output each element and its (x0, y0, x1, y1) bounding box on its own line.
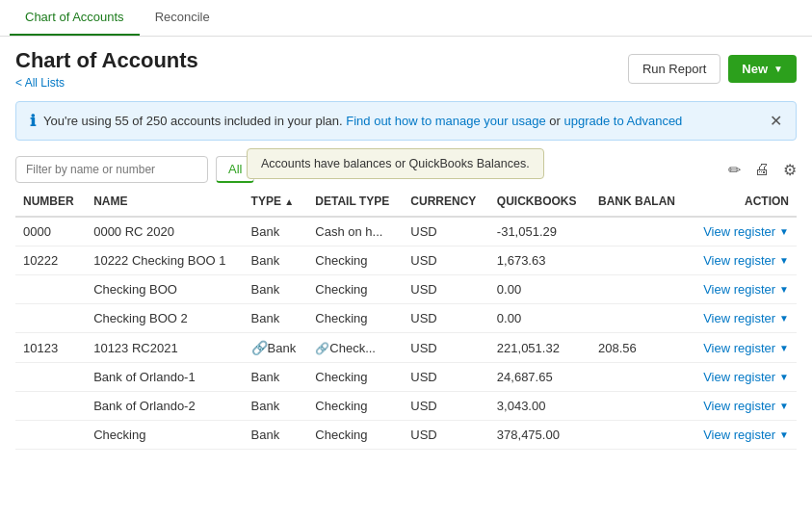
cell-detail-type: Checking (307, 363, 403, 392)
cell-currency: USD (403, 217, 489, 247)
view-register-link[interactable]: View register (703, 253, 775, 268)
cell-number (15, 421, 86, 450)
action-dropdown-icon[interactable]: ▼ (779, 372, 789, 382)
action-dropdown-icon[interactable]: ▼ (779, 343, 789, 353)
cell-quickbooks: 0.00 (489, 304, 590, 333)
action-dropdown-icon[interactable]: ▼ (779, 313, 789, 324)
action-dropdown-icon[interactable]: ▼ (779, 429, 789, 440)
chevron-down-icon: ▼ (773, 64, 783, 74)
cell-detail-type: Checking (307, 421, 403, 450)
info-link-manage[interactable]: Find out how to manage your usage (346, 114, 545, 128)
cell-currency: USD (403, 333, 489, 363)
run-report-button[interactable]: Run Report (628, 54, 720, 84)
cell-action: View register ▼ (689, 333, 797, 363)
info-text-before: You're using 55 of 250 accounts included… (43, 114, 343, 128)
cell-action: View register ▼ (689, 247, 797, 275)
cell-currency: USD (403, 275, 489, 304)
cell-number (15, 392, 86, 421)
cell-name: Bank of Orlando-1 (86, 363, 243, 392)
cell-bank-balance (590, 217, 689, 247)
table-header-row: NUMBER NAME TYPE ▲ DETAIL TYPE CURRENCY … (15, 187, 797, 217)
table-row: Checking Bank Checking USD 378,475.00 Vi… (15, 421, 797, 450)
col-bank-balance: BANK BALAN (590, 187, 689, 217)
cell-name: 10123 RC2021 (86, 333, 243, 363)
cell-action: View register ▼ (689, 275, 797, 304)
col-name: NAME (86, 187, 243, 217)
settings-icon[interactable]: ⚙ (783, 161, 797, 179)
cell-name: Bank of Orlando-2 (86, 392, 243, 421)
view-register-link[interactable]: View register (703, 428, 775, 442)
print-icon[interactable]: 🖨 (754, 161, 770, 178)
col-detail-type: DETAIL TYPE (307, 187, 403, 217)
table-row: 10222 10222 Checking BOO 1 Bank Checking… (15, 247, 797, 275)
action-dropdown-icon[interactable]: ▼ (779, 226, 789, 237)
table-row: Bank of Orlando-1 Bank Checking USD 24,6… (15, 363, 797, 392)
view-register-link[interactable]: View register (703, 311, 775, 325)
action-dropdown-icon[interactable]: ▼ (779, 284, 789, 295)
cell-detail-type: Checking (307, 304, 403, 333)
col-action: ACTION (689, 187, 797, 217)
cell-name: 0000 RC 2020 (86, 217, 243, 247)
cell-quickbooks: 3,043.00 (489, 392, 590, 421)
col-currency: CURRENCY (403, 187, 489, 217)
action-dropdown-icon[interactable]: ▼ (779, 255, 789, 266)
view-register-link[interactable]: View register (703, 341, 775, 355)
tab-reconcile[interactable]: Reconcile (140, 0, 225, 36)
cell-detail-type: 🔗Check... (307, 333, 403, 363)
header-right: Run Report New ▼ (628, 54, 797, 84)
cell-detail-type: Checking (307, 247, 403, 275)
table-row: 10123 10123 RC2021 🔗Bank 🔗Check... USD 2… (15, 333, 797, 363)
edit-icon[interactable]: ✏ (728, 161, 741, 179)
info-icon: ℹ (30, 112, 36, 130)
cell-quickbooks: 378,475.00 (489, 421, 590, 450)
col-type[interactable]: TYPE ▲ (244, 187, 308, 217)
search-input[interactable] (15, 156, 208, 183)
cell-currency: USD (403, 392, 489, 421)
page-header: Chart of Accounts < All Lists Run Report… (0, 37, 812, 93)
info-link-upgrade[interactable]: upgrade to Advanced (563, 114, 682, 128)
cell-type: Bank (244, 363, 308, 392)
cell-detail-type: Checking (307, 392, 403, 421)
cell-name: Checking (86, 421, 243, 450)
col-quickbooks: QUICKBOOKS (489, 187, 590, 217)
table-row: Bank of Orlando-2 Bank Checking USD 3,04… (15, 392, 797, 421)
cell-action: View register ▼ (689, 217, 797, 247)
back-link[interactable]: < All Lists (15, 76, 198, 90)
new-button[interactable]: New ▼ (728, 55, 797, 83)
table-row: Checking BOO 2 Bank Checking USD 0.00 Vi… (15, 304, 797, 333)
new-button-label: New (742, 62, 768, 76)
cell-quickbooks: 0.00 (489, 275, 590, 304)
page-title: Chart of Accounts (15, 48, 198, 73)
cell-currency: USD (403, 304, 489, 333)
tab-chart-of-accounts[interactable]: Chart of Accounts (10, 0, 140, 36)
close-banner-button[interactable]: ✕ (770, 112, 782, 130)
view-register-link[interactable]: View register (703, 282, 775, 297)
tab-bar: Chart of Accounts Reconcile (0, 0, 812, 37)
cell-type: Bank (244, 275, 308, 304)
info-text-middle: or (549, 114, 563, 128)
view-register-link[interactable]: View register (703, 370, 775, 384)
cell-bank-balance (590, 247, 689, 275)
cell-name: Checking BOO (86, 275, 243, 304)
header-left: Chart of Accounts < All Lists (15, 48, 198, 90)
tooltip-box: Accounts have balances or QuickBooks Bal… (247, 148, 544, 179)
cell-type: Bank (244, 217, 308, 247)
view-register-link[interactable]: View register (703, 224, 775, 239)
action-dropdown-icon[interactable]: ▼ (779, 401, 789, 411)
cell-name: 10222 Checking BOO 1 (86, 247, 243, 275)
info-banner-content: ℹ You're using 55 of 250 accounts includ… (30, 112, 682, 130)
info-banner: ℹ You're using 55 of 250 accounts includ… (15, 101, 797, 141)
sort-asc-icon: ▲ (284, 196, 294, 207)
table-row: 0000 0000 RC 2020 Bank Cash on h... USD … (15, 217, 797, 247)
view-register-link[interactable]: View register (703, 399, 775, 413)
cell-number: 10123 (15, 333, 86, 363)
cell-quickbooks: 1,673.63 (489, 247, 590, 275)
cell-action: View register ▼ (689, 392, 797, 421)
table-row: Checking BOO Bank Checking USD 0.00 View… (15, 275, 797, 304)
cell-bank-balance (590, 304, 689, 333)
cell-number (15, 304, 86, 333)
cell-quickbooks: -31,051.29 (489, 217, 590, 247)
cell-currency: USD (403, 363, 489, 392)
cell-name: Checking BOO 2 (86, 304, 243, 333)
cell-bank-balance: 208.56 (590, 333, 689, 363)
